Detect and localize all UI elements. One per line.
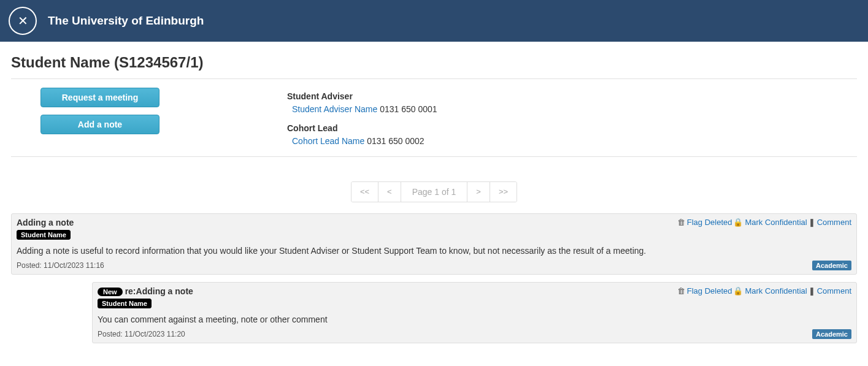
note-posted: Posted: 11/Oct/2023 11:16	[17, 261, 104, 270]
adviser-name-link[interactable]: Student Adviser Name	[292, 104, 377, 114]
cohort-phone: 0131 650 0002	[367, 136, 424, 146]
page-title: Student Name (S1234567/1)	[11, 54, 857, 71]
adviser-phone: 0131 650 0001	[380, 104, 437, 114]
cohort-label: Cohort Lead	[287, 122, 857, 135]
note-card-reply: Newre:Adding a note Student Name 🗑Flag D…	[92, 282, 857, 343]
pager-label: Page 1 of 1	[401, 182, 468, 202]
mark-confidential-link[interactable]: 🔒Mark Confidential	[733, 286, 807, 295]
mark-confidential-label: Mark Confidential	[745, 286, 807, 295]
comment-link[interactable]: ❚Comment	[808, 218, 851, 227]
university-logo: ✕	[9, 7, 37, 35]
comment-icon: ❚	[808, 218, 815, 227]
note-body: You can comment against a meeting, note …	[98, 315, 851, 324]
pager: << < Page 1 of 1 > >>	[351, 181, 517, 202]
flag-deleted-label: Flag Deleted	[687, 218, 732, 227]
comment-label: Comment	[817, 286, 851, 295]
pager-first[interactable]: <<	[351, 182, 378, 202]
new-badge: New	[98, 288, 123, 296]
site-name: The University of Edinburgh	[48, 14, 204, 28]
mark-confidential-link[interactable]: 🔒Mark Confidential	[733, 218, 807, 227]
flag-deleted-link[interactable]: 🗑Flag Deleted	[677, 218, 732, 227]
note-title: re:Adding a note	[125, 286, 193, 296]
note-posted: Posted: 11/Oct/2023 11:20	[98, 330, 185, 338]
academic-tag: Academic	[812, 261, 851, 270]
note-body: Adding a note is useful to record inform…	[17, 246, 851, 256]
note-card: Adding a note Student Name 🗑Flag Deleted…	[11, 213, 857, 275]
trash-icon: 🗑	[677, 286, 685, 295]
crest-icon: ✕	[18, 13, 28, 28]
request-meeting-button[interactable]: Request a meeting	[40, 88, 159, 107]
site-header: ✕ The University of Edinburgh	[0, 0, 868, 42]
pager-last[interactable]: >>	[490, 182, 517, 202]
mark-confidential-label: Mark Confidential	[745, 218, 807, 227]
comment-link[interactable]: ❚Comment	[808, 286, 851, 295]
comment-icon: ❚	[808, 286, 815, 295]
cohort-name-link[interactable]: Cohort Lead Name	[292, 136, 364, 146]
flag-deleted-link[interactable]: 🗑Flag Deleted	[677, 286, 732, 295]
summary-section: Request a meeting Add a note Student Adv…	[11, 78, 857, 157]
add-note-button[interactable]: Add a note	[40, 115, 159, 134]
trash-icon: 🗑	[677, 218, 685, 227]
comment-label: Comment	[817, 218, 851, 227]
note-title: Adding a note	[17, 218, 74, 227]
author-badge: Student Name	[98, 299, 152, 308]
author-badge: Student Name	[17, 230, 71, 240]
lock-icon: 🔒	[733, 286, 743, 295]
pager-next[interactable]: >	[467, 182, 490, 202]
pager-prev[interactable]: <	[378, 182, 401, 202]
lock-icon: 🔒	[733, 218, 743, 227]
academic-tag: Academic	[812, 329, 851, 339]
adviser-label: Student Adviser	[287, 90, 857, 103]
flag-deleted-label: Flag Deleted	[687, 286, 732, 295]
